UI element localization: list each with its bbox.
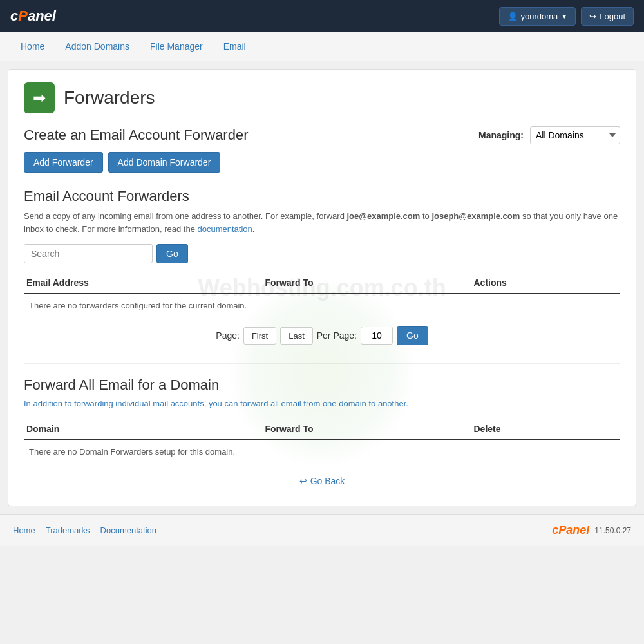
domain-forward-section: Forward All Email for a Domain In additi…: [24, 377, 620, 463]
nav-addon-domains[interactable]: Addon Domains: [55, 32, 140, 61]
managing-label: Managing:: [478, 130, 524, 140]
add-domain-forwarder-button[interactable]: Add Domain Forwarder: [108, 152, 221, 173]
no-domain-forwarders-msg: There are no Domain Forwarders setup for…: [24, 440, 620, 463]
email-forwarders-title: Email Account Forwarders: [24, 188, 620, 205]
col-actions: Actions: [471, 272, 620, 294]
logout-icon: ↪: [589, 12, 596, 21]
go-back-link[interactable]: ↩ Go Back: [299, 476, 345, 486]
col-delete: Delete: [471, 419, 620, 440]
documentation-link[interactable]: documentation: [198, 224, 252, 234]
add-forwarder-button[interactable]: Add Forwarder: [24, 152, 103, 173]
page-title: Forwarders: [64, 88, 155, 108]
first-page-button[interactable]: First: [243, 327, 276, 345]
domain-desc: In addition to forwarding individual mai…: [24, 399, 620, 408]
create-buttons: Add Forwarder Add Domain Forwarder: [24, 152, 620, 173]
per-page-input[interactable]: 10: [361, 327, 393, 345]
managing-row: Managing: All Domains: [478, 126, 620, 144]
header: cPanel 👤 yourdoma ▼ ↪ Logout: [0, 0, 644, 32]
email-forwarders-section: Email Account Forwarders Send a copy of …: [24, 188, 620, 345]
page-title-row: ➡ Forwarders: [24, 82, 620, 113]
create-section-title: Create an Email Account Forwarder: [24, 127, 249, 144]
email-forwarders-desc: Send a copy of any incoming email from o…: [24, 210, 620, 235]
per-page-go-button[interactable]: Go: [397, 326, 428, 345]
go-back-icon: ↩: [299, 476, 307, 486]
search-go-button[interactable]: Go: [156, 244, 188, 263]
email-forwarders-table-container: Email Address Forward To Actions There a…: [24, 272, 620, 317]
username-label: yourdoma: [521, 12, 558, 21]
search-row: Go: [24, 244, 620, 263]
create-header-row: Create an Email Account Forwarder Managi…: [24, 126, 620, 144]
managing-select[interactable]: All Domains: [530, 126, 620, 144]
footer-links: Home Trademarks Documentation: [13, 526, 156, 535]
footer-version: 11.50.0.27: [594, 526, 631, 535]
email-forwarders-table: Email Address Forward To Actions There a…: [24, 272, 620, 317]
domain-forwarders-table: Domain Forward To Delete There are no Do…: [24, 419, 620, 463]
footer-right: cPanel 11.50.0.27: [552, 524, 631, 537]
footer-home-link[interactable]: Home: [13, 526, 35, 535]
cpanel-logo: cPanel: [10, 8, 56, 24]
page-label: Page:: [216, 330, 240, 341]
header-controls: 👤 yourdoma ▼ ↪ Logout: [499, 7, 634, 26]
col-forward-to-domain: Forward To: [262, 419, 471, 440]
no-domain-forwarders-row: There are no Domain Forwarders setup for…: [24, 440, 620, 463]
footer-documentation-link[interactable]: Documentation: [100, 526, 156, 535]
col-email-address: Email Address: [24, 272, 262, 294]
user-menu-button[interactable]: 👤 yourdoma ▼: [499, 7, 576, 26]
nav-file-manager[interactable]: File Manager: [140, 32, 213, 61]
create-section: Create an Email Account Forwarder Managi…: [24, 126, 620, 173]
nav-home[interactable]: Home: [10, 32, 55, 61]
no-forwarders-msg: There are no forwarders configured for t…: [24, 294, 620, 317]
go-back-row: ↩ Go Back: [24, 476, 620, 486]
domain-section-title: Forward All Email for a Domain: [24, 377, 620, 393]
go-back-label: Go Back: [310, 476, 345, 486]
footer: Home Trademarks Documentation cPanel 11.…: [0, 514, 644, 546]
per-page-label: Per Page:: [317, 330, 357, 341]
main-content: Webhosting.com.co.th ➡ Forwarders Create…: [8, 69, 636, 506]
section-divider: [24, 363, 620, 364]
forwarders-icon: ➡: [24, 82, 55, 113]
col-domain: Domain: [24, 419, 262, 440]
no-forwarders-row: There are no forwarders configured for t…: [24, 294, 620, 317]
top-nav: Home Addon Domains File Manager Email: [0, 32, 644, 61]
nav-email[interactable]: Email: [213, 32, 256, 61]
footer-trademarks-link[interactable]: Trademarks: [46, 526, 90, 535]
pagination-row: Page: First Last Per Page: 10 Go: [24, 326, 620, 345]
search-input[interactable]: [24, 244, 153, 263]
footer-logo: cPanel: [552, 524, 589, 537]
logout-button[interactable]: ↪ Logout: [581, 7, 634, 26]
last-page-button[interactable]: Last: [280, 327, 313, 345]
col-forward-to: Forward To: [262, 272, 471, 294]
user-icon: 👤: [507, 12, 518, 21]
domain-forwarders-table-container: Domain Forward To Delete There are no Do…: [24, 419, 620, 463]
chevron-down-icon: ▼: [561, 13, 567, 20]
